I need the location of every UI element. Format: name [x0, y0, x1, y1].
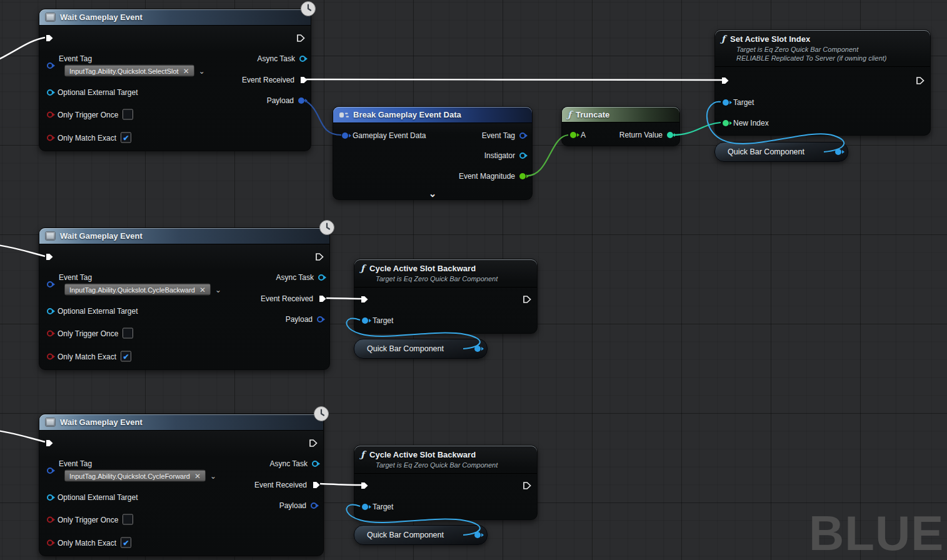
- only-match-exact-checkbox[interactable]: ✔: [121, 538, 131, 548]
- target-label: Target: [733, 98, 754, 107]
- payload-pin[interactable]: [317, 316, 323, 322]
- event-received-pin[interactable]: [318, 294, 328, 304]
- only-trigger-once-checkbox[interactable]: [123, 328, 133, 339]
- async-task-row: Async Task: [276, 273, 324, 282]
- node-header[interactable]: ƒ Cycle Active Slot Backward Target is E…: [354, 259, 537, 288]
- exec-out-pin[interactable]: [296, 33, 306, 43]
- event-magnitude-pin[interactable]: [519, 173, 526, 179]
- optional-external-target-label: Optional External Target: [58, 307, 138, 316]
- variable-out-pin[interactable]: [835, 149, 841, 155]
- exec-in-pin[interactable]: [720, 76, 730, 86]
- payload-pin[interactable]: [298, 98, 304, 104]
- async-task-pin[interactable]: [318, 274, 324, 281]
- async-task-pin[interactable]: [312, 461, 318, 467]
- event-received-pin[interactable]: [299, 75, 309, 85]
- node-cycle-active-slot-backward-2[interactable]: ƒ Cycle Active Slot Backward Target is E…: [354, 445, 538, 520]
- exec-out-pin[interactable]: [522, 481, 532, 491]
- optional-external-target-pin[interactable]: [47, 89, 53, 96]
- payload-row: Payload: [279, 501, 317, 510]
- variable-out-pin[interactable]: [474, 346, 481, 352]
- event-received-row: Event Received: [261, 294, 328, 304]
- clear-tag-icon[interactable]: ✕: [194, 472, 201, 479]
- event-received-pin[interactable]: [311, 480, 321, 490]
- payload-pin[interactable]: [311, 502, 317, 509]
- exec-in-pin[interactable]: [44, 252, 54, 262]
- only-trigger-once-checkbox[interactable]: [123, 514, 133, 525]
- payload-label: Payload: [279, 501, 306, 510]
- gameplay-event-data-pin[interactable]: [342, 132, 348, 139]
- tag-dropdown-icon[interactable]: ⌄: [199, 67, 205, 74]
- gameplay-tag-chip[interactable]: InputTag.Ability.Quickslot.CycleForward …: [64, 470, 206, 482]
- node-header[interactable]: Break Gameplay Event Data: [333, 107, 532, 123]
- blueprint-graph-canvas[interactable]: BLUEPRINT Wait Gameplay Event Event Tag: [0, 0, 947, 560]
- gameplay-tag-chip[interactable]: InputTag.Ability.Quickslot.SelectSlot ✕: [64, 65, 194, 77]
- node-quick-bar-component-2[interactable]: Quick Bar Component: [354, 339, 488, 359]
- event-tag-label: Event Tag: [59, 54, 92, 63]
- only-trigger-once-pin[interactable]: [47, 111, 53, 118]
- wire-truncate-to-new-index[interactable]: [673, 122, 721, 135]
- node-truncate[interactable]: ƒ Truncate A Return Value: [561, 106, 680, 146]
- new-index-pin[interactable]: [723, 120, 729, 126]
- only-match-exact-pin[interactable]: [47, 353, 53, 359]
- node-wait-gameplay-event-1[interactable]: Wait Gameplay Event Event Tag InputTag.A…: [39, 9, 311, 151]
- exec-out-row: [522, 294, 532, 304]
- optional-external-target-pin[interactable]: [47, 494, 53, 501]
- instigator-pin[interactable]: [519, 152, 526, 159]
- node-quick-bar-component-1[interactable]: Quick Bar Component: [714, 142, 848, 162]
- truncate-a-pin[interactable]: [570, 132, 576, 138]
- event-tag-out-pin[interactable]: [519, 132, 526, 139]
- exec-in-pin[interactable]: [359, 294, 369, 304]
- clear-tag-icon[interactable]: ✕: [199, 286, 206, 293]
- target-pin[interactable]: [723, 99, 729, 106]
- node-break-gameplay-event-data[interactable]: Break Gameplay Event Data Gameplay Event…: [333, 106, 533, 200]
- exec-in-pin[interactable]: [44, 33, 54, 43]
- node-header[interactable]: ƒ Cycle Active Slot Backward Target is E…: [354, 446, 537, 474]
- only-trigger-once-checkbox[interactable]: [123, 109, 133, 120]
- node-title: Set Active Slot Index: [730, 34, 810, 44]
- node-header[interactable]: Wait Gameplay Event: [39, 414, 323, 431]
- exec-out-pin[interactable]: [915, 76, 925, 86]
- node-header[interactable]: Wait Gameplay Event: [39, 9, 311, 26]
- exec-in-pin[interactable]: [359, 481, 369, 491]
- only-trigger-once-pin[interactable]: [47, 330, 53, 336]
- exec-out-pin[interactable]: [522, 294, 532, 304]
- tag-dropdown-icon[interactable]: ⌄: [215, 286, 221, 293]
- return-value-pin[interactable]: [667, 132, 673, 138]
- tag-dropdown-icon[interactable]: ⌄: [210, 472, 216, 479]
- exec-in-pin[interactable]: [44, 438, 54, 448]
- node-cycle-active-slot-backward-1[interactable]: ƒ Cycle Active Slot Backward Target is E…: [354, 259, 538, 334]
- node-header[interactable]: ƒ Set Active Slot Index Target is Eq Zer…: [715, 30, 930, 67]
- variable-out-pin[interactable]: [474, 532, 481, 538]
- clear-tag-icon[interactable]: ✕: [183, 67, 189, 74]
- gameplay-tag-chip[interactable]: InputTag.Ability.Quickslot.CycleBackward…: [64, 284, 211, 296]
- target-pin[interactable]: [362, 504, 368, 510]
- event-tag-label: Event Tag: [59, 459, 92, 468]
- truncate-a-row: A: [570, 131, 586, 139]
- payload-label: Payload: [267, 96, 294, 105]
- async-task-icon: [45, 231, 56, 241]
- only-trigger-once-pin[interactable]: [47, 516, 53, 522]
- node-set-active-slot-index[interactable]: ƒ Set Active Slot Index Target is Eq Zer…: [714, 29, 931, 136]
- node-title: Wait Gameplay Event: [60, 12, 143, 22]
- event-tag-pin[interactable]: [47, 281, 53, 288]
- optional-external-target-pin[interactable]: [47, 308, 53, 314]
- exec-out-pin[interactable]: [308, 438, 318, 448]
- target-pin[interactable]: [362, 318, 368, 324]
- only-match-exact-pin[interactable]: [47, 134, 53, 141]
- expand-node-icon[interactable]: ⌄: [429, 189, 437, 198]
- event-tag-pin[interactable]: [47, 468, 53, 474]
- wire-event-received-to-set-active[interactable]: [305, 79, 723, 80]
- only-match-exact-pin[interactable]: [47, 539, 53, 546]
- node-quick-bar-component-3[interactable]: Quick Bar Component: [354, 525, 488, 545]
- node-header[interactable]: ƒ Truncate: [562, 107, 679, 122]
- async-task-pin[interactable]: [299, 56, 306, 62]
- event-magnitude-row: Event Magnitude: [459, 172, 526, 181]
- node-wait-gameplay-event-3[interactable]: Wait Gameplay Event Event Tag InputTag.A…: [39, 414, 324, 556]
- only-match-exact-checkbox[interactable]: ✔: [121, 132, 131, 143]
- node-header[interactable]: Wait Gameplay Event: [39, 228, 329, 244]
- only-match-exact-checkbox[interactable]: ✔: [121, 351, 131, 362]
- node-wait-gameplay-event-2[interactable]: Wait Gameplay Event Event Tag InputTag.A…: [39, 228, 330, 370]
- payload-label: Payload: [286, 315, 313, 324]
- event-tag-pin[interactable]: [47, 62, 53, 69]
- exec-out-pin[interactable]: [314, 252, 324, 262]
